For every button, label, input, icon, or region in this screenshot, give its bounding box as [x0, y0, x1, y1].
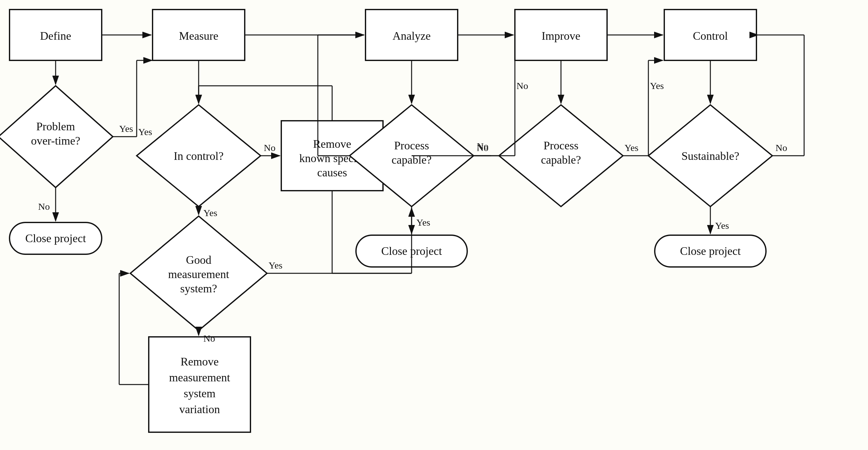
close-project1-label: Close project	[25, 232, 86, 245]
sustainable-no-label: No	[776, 142, 787, 153]
processcapable1-yes-label: Yes	[416, 217, 430, 228]
pc2-yes-label: Yes	[624, 142, 639, 153]
problem-overtime-label1: Problem	[36, 120, 75, 133]
remove-measurement-label4: variation	[179, 403, 220, 416]
improve-no-top-label: No	[517, 81, 528, 91]
remove-measurement-box	[149, 337, 250, 432]
remove-special-label3: causes	[317, 166, 347, 179]
good-measurement-label3: system?	[180, 282, 217, 295]
pc1-no-label: No	[477, 141, 489, 151]
control-yes-top-label: Yes	[650, 81, 664, 91]
good-measurement-label2: measurement	[168, 268, 229, 281]
sustainable-label: Sustainable?	[681, 150, 739, 162]
incontrol-yes-label: Yes	[204, 207, 217, 218]
good-measurement-label1: Good	[186, 254, 211, 266]
process-capable1-label1: Process	[394, 139, 429, 152]
goodmeasure-yes-label: Yes	[269, 260, 283, 270]
measure-label: Measure	[179, 30, 218, 42]
remove-measurement-label2: measurement	[169, 371, 230, 384]
sustainable-yes-label: Yes	[715, 220, 729, 231]
control-label: Control	[693, 30, 728, 42]
remove-measurement-label1: Remove	[181, 355, 219, 368]
improve-label: Improve	[541, 30, 580, 42]
analyze-label: Analyze	[393, 30, 431, 42]
incontrol-yes2-label: Yes	[138, 127, 152, 137]
process-capable2-label1: Process	[544, 139, 579, 152]
problem-yes-label: Yes	[119, 123, 133, 134]
remove-measurement-label3: system	[184, 387, 216, 400]
goodmeasure-no-label: No	[204, 333, 215, 344]
close-project3-label: Close project	[680, 245, 741, 257]
in-control-label: In control?	[174, 150, 224, 162]
problem-overtime-label2: over-time?	[31, 134, 80, 147]
problem-no-label: No	[38, 201, 50, 212]
incontrol-no-label: No	[264, 142, 276, 153]
remove-special-label1: Remove	[313, 138, 351, 150]
process-capable2-label2: capable?	[541, 154, 581, 166]
define-label: Define	[40, 30, 71, 42]
